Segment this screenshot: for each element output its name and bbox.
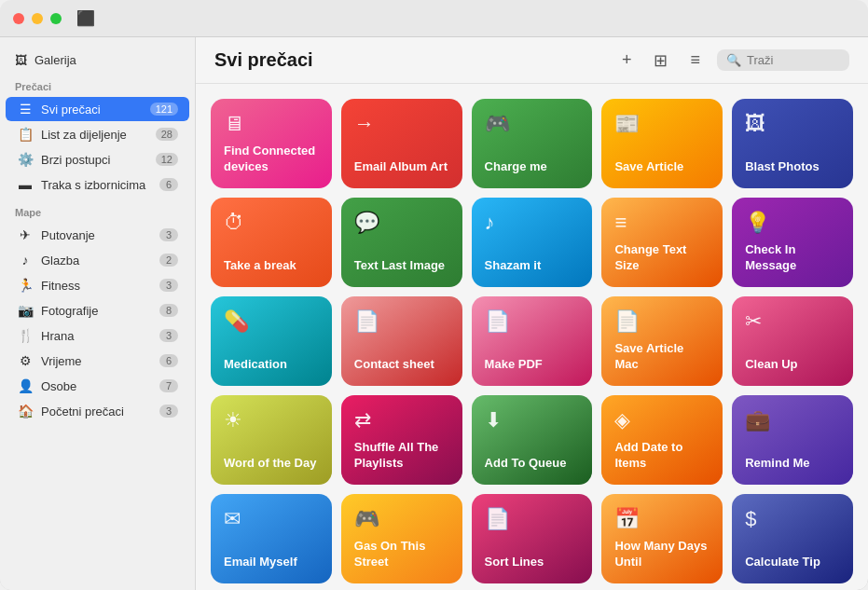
shortcut-label-change-text-size: Change Text Size bbox=[614, 242, 710, 274]
traka-icon: ▬ bbox=[17, 177, 34, 192]
shortcut-label-gas-on-street: Gas On This Street bbox=[354, 539, 449, 570]
shortcut-card-change-text-size[interactable]: ≡ Change Text Size bbox=[601, 198, 723, 287]
shortcut-card-medication[interactable]: 💊 Medication bbox=[211, 296, 332, 386]
shortcut-card-gas-on-street[interactable]: 🎮 Gas On This Street bbox=[341, 494, 462, 583]
shortcut-card-text-last-image[interactable]: 💬 Text Last Image bbox=[341, 198, 462, 287]
shortcut-card-find-connected[interactable]: 🖥 Find Connected devices bbox=[211, 99, 332, 188]
shortcut-card-sort-lines[interactable]: 📄 Sort Lines bbox=[472, 494, 593, 583]
sidebar-item-svi-precaci[interactable]: ☰ Svi prečaci 121 bbox=[6, 97, 189, 121]
shortcut-card-save-article[interactable]: 📰 Save Article bbox=[601, 99, 723, 188]
shortcut-card-email-album[interactable]: → Email Album Art bbox=[341, 99, 462, 188]
shortcut-card-calculate-tip[interactable]: $ Calculate Tip bbox=[732, 494, 853, 583]
sidebar-item-osobe[interactable]: 👤 Osobe 7 bbox=[6, 374, 189, 398]
shortcut-card-shazam-it[interactable]: ♪ Shazam it bbox=[472, 198, 593, 287]
brzi-postupci-badge: 12 bbox=[156, 153, 178, 166]
shortcut-label-add-date-items: Add Date to Items bbox=[614, 440, 710, 472]
shortcut-icon-clean-up: ✂ bbox=[745, 309, 840, 334]
search-input[interactable] bbox=[747, 53, 840, 67]
shortcut-card-how-many-days[interactable]: 📅 How Many Days Until bbox=[601, 494, 723, 583]
shortcut-card-shuffle-playlists[interactable]: ⇄ Shuffle All The Playlists bbox=[341, 395, 462, 485]
shortcut-card-check-in-message[interactable]: 💡 Check In Message bbox=[732, 198, 853, 287]
traka-badge: 6 bbox=[159, 178, 178, 191]
sidebar-item-hrana[interactable]: 🍴 Hrana 3 bbox=[6, 323, 189, 348]
list-view-button[interactable]: ≡ bbox=[684, 47, 706, 74]
sidebar-gallery[interactable]: 🖼 Galerija bbox=[0, 48, 195, 72]
glazba-label: Glazba bbox=[41, 254, 79, 268]
putovanje-badge: 3 bbox=[159, 228, 178, 241]
shortcuts-grid: 🖥 Find Connected devices → Email Album A… bbox=[196, 84, 868, 590]
shortcut-icon-calculate-tip: $ bbox=[745, 507, 840, 531]
shortcut-label-save-article: Save Article bbox=[614, 159, 710, 175]
pocetni-label: Početni prečaci bbox=[41, 405, 124, 418]
shortcut-icon-gas-on-street: 🎮 bbox=[354, 507, 449, 531]
title-bar: ⬛ bbox=[0, 0, 868, 37]
fotografije-icon: 📷 bbox=[17, 303, 34, 318]
sidebar-item-fotografije[interactable]: 📷 Fotografije 8 bbox=[6, 298, 189, 322]
sidebar-item-traka-s-izbornicima[interactable]: ▬ Traka s izbornicima 6 bbox=[6, 172, 189, 197]
shortcut-card-blast-photos[interactable]: 🖼 Blast Photos bbox=[732, 99, 853, 188]
add-button[interactable]: + bbox=[616, 47, 638, 74]
shortcut-icon-charge-me: 🎮 bbox=[485, 112, 580, 136]
shortcut-icon-shazam-it: ♪ bbox=[485, 211, 580, 235]
main-content: Svi prečaci + ⊞ ≡ 🔍 🖥 Find Connected dev… bbox=[196, 37, 868, 590]
sidebar-item-pocetni-precaci[interactable]: 🏠 Početni prečaci 3 bbox=[6, 399, 189, 423]
minimize-button[interactable] bbox=[32, 13, 43, 24]
main-header: Svi prečaci + ⊞ ≡ 🔍 bbox=[196, 37, 868, 84]
shortcut-label-blast-photos: Blast Photos bbox=[745, 159, 840, 175]
shortcut-icon-remind-me: 💼 bbox=[745, 408, 840, 432]
traka-label: Traka s izbornicima bbox=[41, 178, 145, 192]
shortcut-icon-sort-lines: 📄 bbox=[485, 507, 580, 531]
vrijeme-label: Vrijeme bbox=[41, 354, 82, 368]
gallery-label: Galerija bbox=[34, 53, 76, 67]
shortcut-card-take-a-break[interactable]: ⏱ Take a break bbox=[211, 198, 332, 287]
hrana-label: Hrana bbox=[41, 329, 74, 343]
page-title: Svi prečaci bbox=[214, 49, 605, 71]
sidebar-item-brzi-postupci[interactable]: ⚙️ Brzi postupci 12 bbox=[6, 147, 189, 172]
shortcut-label-find-connected: Find Connected devices bbox=[224, 144, 319, 175]
shortcut-icon-shuffle-playlists: ⇄ bbox=[354, 408, 449, 432]
hrana-badge: 3 bbox=[159, 329, 178, 342]
sidebar-item-vrijeme[interactable]: ⚙ Vrijeme 6 bbox=[6, 349, 189, 373]
shortcut-icon-word-of-day: ☀ bbox=[224, 408, 319, 432]
sidebar-item-glazba[interactable]: ♪ Glazba 2 bbox=[6, 248, 189, 272]
shortcut-icon-blast-photos: 🖼 bbox=[745, 112, 840, 136]
shortcut-icon-save-article: 📰 bbox=[614, 112, 710, 136]
shortcut-icon-make-pdf: 📄 bbox=[485, 309, 580, 334]
shortcut-label-save-article-mac: Save Article Mac bbox=[614, 341, 710, 373]
shortcut-icon-email-album: → bbox=[354, 112, 449, 136]
shortcut-card-make-pdf[interactable]: 📄 Make PDF bbox=[472, 296, 593, 386]
shortcut-card-word-of-day[interactable]: ☀ Word of the Day bbox=[211, 395, 332, 485]
putovanje-label: Putovanje bbox=[41, 228, 95, 242]
gallery-icon: 🖼 bbox=[15, 53, 27, 67]
shortcut-card-add-date-items[interactable]: ◈ Add Date to Items bbox=[601, 395, 723, 485]
maximize-button[interactable] bbox=[50, 13, 62, 24]
shortcut-label-contact-sheet: Contact sheet bbox=[354, 357, 449, 373]
sidebar-item-fitness[interactable]: 🏃 Fitness 3 bbox=[6, 273, 189, 297]
search-box: 🔍 bbox=[717, 49, 849, 71]
sidebar-toggle-icon[interactable]: ⬛ bbox=[76, 9, 95, 27]
grid-view-button[interactable]: ⊞ bbox=[648, 47, 673, 75]
shortcut-card-remind-me[interactable]: 💼 Remind Me bbox=[732, 395, 853, 485]
sidebar-item-list-za-dijeljenje[interactable]: 📋 List za dijeljenje 28 bbox=[6, 122, 189, 146]
shortcut-card-add-to-queue[interactable]: ⬇ Add To Queue bbox=[472, 395, 593, 485]
close-button[interactable] bbox=[13, 13, 24, 24]
shortcut-card-email-myself[interactable]: ✉ Email Myself bbox=[211, 494, 332, 583]
shortcut-card-contact-sheet[interactable]: 📄 Contact sheet bbox=[341, 296, 462, 386]
vrijeme-icon: ⚙ bbox=[17, 353, 34, 368]
search-icon: 🔍 bbox=[726, 53, 741, 67]
sidebar-item-putovanje[interactable]: ✈ Putovanje 3 bbox=[6, 223, 189, 247]
shortcut-card-charge-me[interactable]: 🎮 Charge me bbox=[472, 99, 593, 188]
shortcut-card-save-article-mac[interactable]: 📄 Save Article Mac bbox=[601, 296, 723, 386]
main-window: ⬛ 🖼 Galerija Prečaci ☰ Svi prečaci 121 📋… bbox=[0, 0, 868, 590]
list-za-dijeljenje-icon: 📋 bbox=[17, 127, 34, 142]
svi-precaci-label: Svi prečaci bbox=[41, 103, 101, 117]
shortcut-icon-find-connected: 🖥 bbox=[224, 112, 319, 136]
shortcut-card-clean-up[interactable]: ✂ Clean Up bbox=[732, 296, 853, 386]
shortcut-label-check-in-message: Check In Message bbox=[745, 242, 840, 274]
pocetni-badge: 3 bbox=[159, 405, 178, 418]
shortcut-label-add-to-queue: Add To Queue bbox=[485, 456, 580, 472]
shortcut-icon-take-a-break: ⏱ bbox=[224, 211, 319, 235]
osobe-icon: 👤 bbox=[17, 378, 34, 393]
shortcut-icon-add-to-queue: ⬇ bbox=[485, 408, 580, 432]
shortcut-label-shuffle-playlists: Shuffle All The Playlists bbox=[354, 440, 449, 472]
